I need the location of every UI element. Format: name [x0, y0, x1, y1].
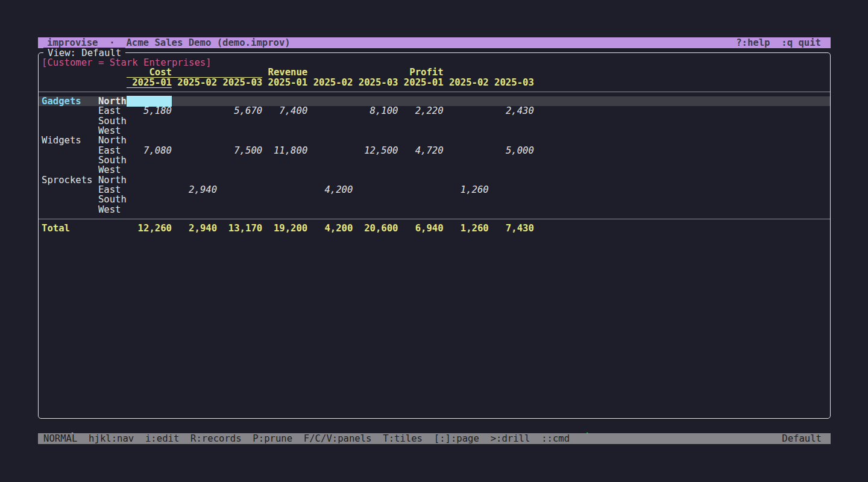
quit-hint[interactable]: :q quit	[781, 37, 821, 48]
value-cell[interactable]	[353, 194, 398, 205]
value-cell[interactable]	[353, 204, 398, 215]
month-header[interactable]: 2025-01	[127, 77, 172, 88]
value-cell[interactable]: 5,000	[489, 145, 534, 156]
product-label[interactable]	[42, 164, 98, 175]
value-cell[interactable]	[353, 155, 398, 166]
month-header[interactable]: 2025-02	[172, 77, 217, 88]
value-cell[interactable]	[262, 175, 307, 186]
value-cell[interactable]	[444, 204, 489, 215]
value-cell[interactable]	[172, 116, 217, 127]
value-cell[interactable]	[307, 96, 353, 107]
value-cell[interactable]	[262, 184, 307, 195]
value-cell[interactable]	[398, 175, 444, 186]
value-cell[interactable]	[489, 194, 534, 205]
month-header[interactable]: 2025-01	[398, 77, 443, 88]
value-cell[interactable]	[262, 194, 307, 205]
value-cell[interactable]	[489, 204, 534, 215]
value-cell[interactable]	[444, 135, 489, 146]
month-header[interactable]: 2025-03	[353, 77, 398, 88]
value-cell[interactable]: 2,220	[398, 105, 444, 116]
product-label[interactable]: Gadgets	[42, 96, 98, 107]
month-header[interactable]: 2025-03	[489, 77, 534, 88]
help-hint[interactable]: ?:help	[736, 37, 770, 48]
value-cell[interactable]	[398, 135, 444, 146]
region-label[interactable]: East	[98, 184, 127, 195]
region-label[interactable]: West	[98, 164, 127, 175]
value-cell[interactable]	[398, 184, 444, 195]
product-label[interactable]	[42, 204, 98, 215]
product-label[interactable]	[42, 155, 98, 166]
value-cell[interactable]	[398, 125, 444, 136]
value-cell[interactable]	[353, 175, 398, 186]
value-cell[interactable]	[307, 155, 353, 166]
value-cell[interactable]	[307, 105, 353, 116]
value-cell[interactable]	[444, 194, 489, 205]
region-label[interactable]: North	[98, 135, 127, 146]
value-cell[interactable]	[398, 155, 444, 166]
value-cell[interactable]	[217, 164, 262, 175]
value-cell[interactable]	[353, 184, 398, 195]
value-cell[interactable]	[444, 116, 489, 127]
value-cell[interactable]	[307, 164, 353, 175]
region-label[interactable]: North	[98, 175, 127, 186]
value-cell[interactable]: 7,500	[217, 145, 262, 156]
value-cell[interactable]	[172, 175, 217, 186]
filter-chip[interactable]: [Customer = Stark Enterprises]	[39, 58, 830, 67]
value-cell[interactable]: 7,080	[127, 145, 172, 156]
value-cell[interactable]	[217, 155, 262, 166]
value-cell[interactable]: 4,200	[307, 184, 353, 195]
value-cell[interactable]	[172, 96, 217, 107]
region-label[interactable]: South	[98, 194, 127, 205]
product-label[interactable]	[42, 105, 98, 116]
region-label[interactable]: North	[98, 96, 127, 107]
value-cell[interactable]	[353, 164, 398, 175]
value-cell[interactable]	[127, 116, 172, 127]
product-label[interactable]: Widgets	[42, 135, 98, 146]
value-cell[interactable]	[307, 175, 353, 186]
value-cell[interactable]: 4,720	[398, 145, 444, 156]
value-cell[interactable]	[307, 125, 353, 136]
value-cell[interactable]	[353, 125, 398, 136]
month-header[interactable]: 2025-01	[262, 77, 307, 88]
month-header[interactable]: 2025-02	[444, 77, 489, 88]
value-cell[interactable]	[172, 135, 217, 146]
value-cell[interactable]	[172, 194, 217, 205]
value-cell[interactable]	[217, 184, 262, 195]
region-label[interactable]: West	[98, 125, 127, 136]
value-cell[interactable]	[444, 125, 489, 136]
value-cell[interactable]	[489, 164, 534, 175]
value-cell[interactable]	[398, 164, 444, 175]
value-cell[interactable]	[127, 175, 172, 186]
value-cell[interactable]	[444, 175, 489, 186]
value-cell[interactable]	[262, 125, 307, 136]
value-cell[interactable]	[353, 96, 398, 107]
value-cell[interactable]	[172, 125, 217, 136]
value-cell[interactable]	[307, 145, 353, 156]
value-cell[interactable]	[444, 155, 489, 166]
value-cell[interactable]	[444, 145, 489, 156]
value-cell[interactable]	[217, 175, 262, 186]
value-cell[interactable]	[127, 125, 172, 136]
value-cell[interactable]	[398, 96, 444, 107]
value-cell[interactable]: 5,180	[127, 105, 172, 116]
value-cell[interactable]	[172, 155, 217, 166]
product-label[interactable]	[42, 145, 98, 156]
value-cell[interactable]	[398, 116, 444, 127]
value-cell[interactable]	[489, 125, 534, 136]
product-label[interactable]	[42, 184, 98, 195]
measure-header[interactable]: Cost	[127, 67, 262, 78]
value-cell[interactable]	[127, 194, 172, 205]
value-cell[interactable]	[489, 155, 534, 166]
value-cell[interactable]: 2,940	[172, 184, 217, 195]
value-cell[interactable]	[353, 135, 398, 146]
value-cell[interactable]	[489, 175, 534, 186]
value-cell[interactable]: 12,500	[353, 145, 398, 156]
value-cell[interactable]	[489, 184, 534, 195]
value-cell[interactable]	[172, 145, 217, 156]
value-cell[interactable]	[262, 204, 307, 215]
product-label[interactable]	[42, 194, 98, 205]
value-cell[interactable]	[398, 194, 444, 205]
value-cell[interactable]	[217, 135, 262, 146]
value-cell[interactable]	[353, 116, 398, 127]
selected-cell[interactable]	[127, 96, 172, 107]
